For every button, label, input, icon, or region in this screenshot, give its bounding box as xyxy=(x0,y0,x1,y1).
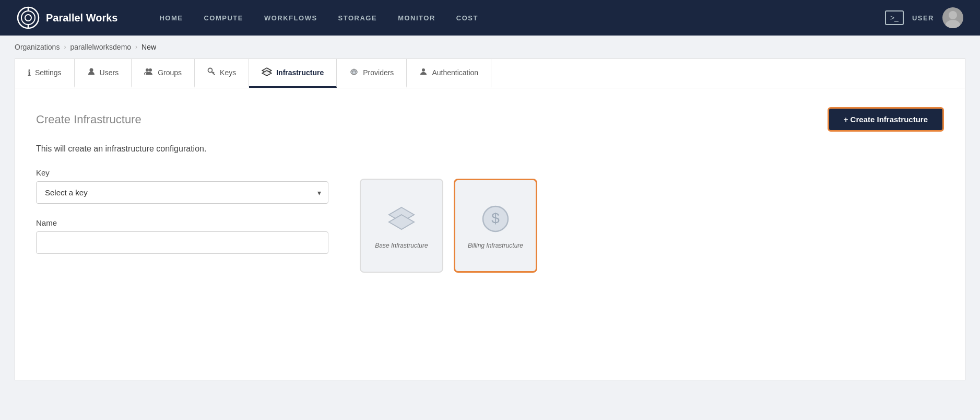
svg-text:$: $ xyxy=(491,210,500,226)
breadcrumb-current: New xyxy=(141,43,156,51)
svg-point-8 xyxy=(146,68,149,72)
keys-icon xyxy=(207,67,216,78)
key-field-label: Key xyxy=(36,168,328,177)
avatar-icon xyxy=(942,7,963,28)
breadcrumb: Organizations › parallelworksdemo › New xyxy=(0,36,980,59)
tab-keys-label: Keys xyxy=(220,68,236,77)
svg-point-7 xyxy=(89,68,93,72)
content-panel: Create Infrastructure + Create Infrastru… xyxy=(15,88,965,380)
base-infrastructure-label: Base Infrastructure xyxy=(375,242,428,249)
tab-groups[interactable]: Groups xyxy=(132,59,195,88)
main-nav: HOME COMPUTE WORKFLOWS STORAGE MONITOR C… xyxy=(149,10,884,26)
tab-providers[interactable]: Providers xyxy=(337,59,407,88)
tab-settings[interactable]: ℹ Settings xyxy=(15,59,75,88)
terminal-icon: >_ xyxy=(890,14,899,22)
tab-authentication[interactable]: Authentication xyxy=(407,59,491,88)
svg-point-1 xyxy=(21,11,35,25)
svg-point-9 xyxy=(149,68,152,72)
key-select-wrapper: Select a key ▾ xyxy=(36,181,328,204)
tab-authentication-label: Authentication xyxy=(432,68,478,77)
svg-point-5 xyxy=(949,11,957,19)
form-row: Key Select a key ▾ Name xyxy=(36,168,944,273)
infrastructure-icon xyxy=(262,67,272,78)
billing-infrastructure-label: Billing Infrastructure xyxy=(468,242,523,249)
nav-compute[interactable]: COMPUTE xyxy=(193,10,254,26)
providers-icon xyxy=(349,67,359,78)
tab-users-label: Users xyxy=(100,68,119,77)
billing-infrastructure-icon: $ xyxy=(479,202,512,236)
form-description: This will create an infrastructure confi… xyxy=(36,144,944,154)
tab-settings-label: Settings xyxy=(35,68,62,77)
billing-infrastructure-card[interactable]: $ Billing Infrastructure xyxy=(454,179,537,273)
svg-point-14 xyxy=(422,68,425,72)
panel-title: Create Infrastructure xyxy=(36,113,141,126)
settings-icon: ℹ xyxy=(28,68,31,78)
terminal-button[interactable]: >_ xyxy=(885,10,904,25)
nav-storage[interactable]: STORAGE xyxy=(328,10,388,26)
header-right: >_ USER xyxy=(885,7,963,28)
tab-users[interactable]: Users xyxy=(75,59,132,88)
user-label: USER xyxy=(912,14,934,22)
logo-icon xyxy=(17,6,40,29)
svg-point-6 xyxy=(946,20,960,28)
avatar[interactable] xyxy=(942,7,963,28)
logo-text: Parallel Works xyxy=(46,12,117,24)
groups-icon xyxy=(144,67,154,78)
nav-workflows[interactable]: WORKFLOWS xyxy=(254,10,328,26)
breadcrumb-demo[interactable]: parallelworksdemo xyxy=(70,43,131,51)
svg-point-2 xyxy=(25,15,31,21)
users-icon xyxy=(87,67,96,78)
app-header: Parallel Works HOME COMPUTE WORKFLOWS ST… xyxy=(0,0,980,36)
tab-groups-label: Groups xyxy=(158,68,182,77)
nav-cost[interactable]: COST xyxy=(446,10,489,26)
key-select[interactable]: Select a key xyxy=(36,181,328,204)
tabs-container: ℹ Settings Users Groups Keys xyxy=(15,59,965,88)
name-input[interactable] xyxy=(36,231,328,254)
main-content: ℹ Settings Users Groups Keys xyxy=(0,59,980,395)
breadcrumb-sep-2: › xyxy=(135,43,137,51)
tab-providers-label: Providers xyxy=(363,68,394,77)
name-field-label: Name xyxy=(36,218,328,227)
authentication-icon xyxy=(419,67,428,78)
base-infrastructure-icon xyxy=(385,202,418,236)
nav-monitor[interactable]: MONITOR xyxy=(387,10,446,26)
tab-infrastructure[interactable]: Infrastructure xyxy=(249,59,337,88)
create-infrastructure-button[interactable]: + Create Infrastructure xyxy=(828,107,944,132)
breadcrumb-organizations[interactable]: Organizations xyxy=(15,43,60,51)
breadcrumb-sep-1: › xyxy=(64,43,66,51)
tab-infrastructure-label: Infrastructure xyxy=(276,68,324,77)
form-left: Key Select a key ▾ Name xyxy=(36,168,328,254)
nav-home[interactable]: HOME xyxy=(149,10,193,26)
tab-keys[interactable]: Keys xyxy=(195,59,249,88)
panel-header: Create Infrastructure + Create Infrastru… xyxy=(36,107,944,132)
infrastructure-type-selector: Base Infrastructure $ Billing Infrastruc… xyxy=(360,168,944,273)
logo-area: Parallel Works xyxy=(17,6,117,29)
base-infrastructure-card[interactable]: Base Infrastructure xyxy=(360,179,443,273)
